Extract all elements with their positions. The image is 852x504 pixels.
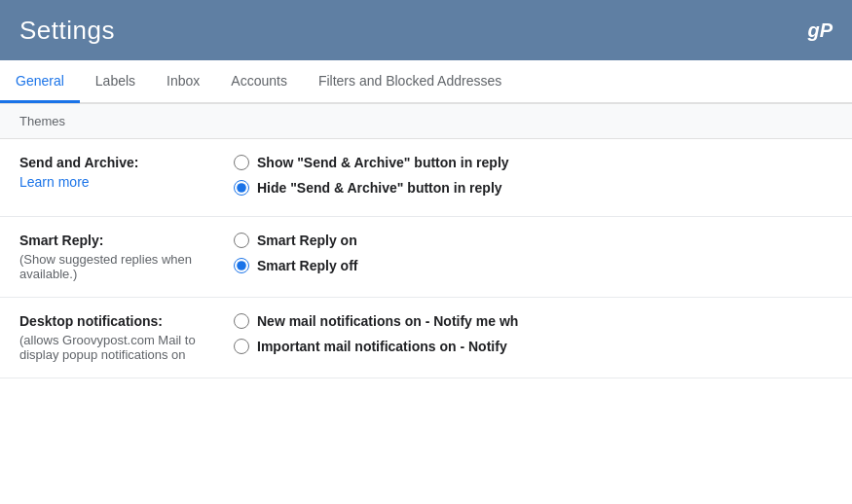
radio-input-show-send-archive[interactable] (234, 155, 249, 170)
options-col-desktop-notifications: New mail notifications on - Notify me wh… (234, 313, 833, 354)
label-col-desktop-notifications: Desktop notifications:(allows Groovypost… (19, 313, 234, 362)
tabs-bar: General Labels Inbox Accounts Filters an… (0, 60, 852, 103)
settings-row-send-archive: Send and Archive:Learn moreShow "Send & … (0, 139, 852, 217)
tab-filters[interactable]: Filters and Blocked Addresses (303, 61, 517, 103)
page-title: Settings (19, 16, 115, 46)
options-col-send-archive: Show "Send & Archive" button in replyHid… (234, 155, 833, 196)
themes-section-header: Themes (0, 103, 852, 139)
setting-label-desktop-notifications: Desktop notifications: (19, 313, 214, 329)
options-col-smart-reply: Smart Reply onSmart Reply off (234, 233, 833, 273)
tab-inbox[interactable]: Inbox (151, 61, 215, 103)
tab-accounts[interactable]: Accounts (215, 61, 303, 103)
radio-label-smart-reply-off: Smart Reply off (257, 258, 357, 273)
radio-option-show-send-archive[interactable]: Show "Send & Archive" button in reply (234, 155, 833, 170)
label-col-send-archive: Send and Archive:Learn more (19, 155, 234, 190)
setting-sublabel-desktop-notifications: (allows Groovypost.com Mail to display p… (19, 333, 214, 362)
site-logo: gP (807, 19, 833, 42)
settings-row-desktop-notifications: Desktop notifications:(allows Groovypost… (0, 298, 852, 378)
content-area: Themes Send and Archive:Learn moreShow "… (0, 103, 852, 504)
settings-header: Settings gP (0, 0, 852, 60)
radio-input-hide-send-archive[interactable] (234, 180, 249, 196)
setting-label-smart-reply: Smart Reply: (19, 233, 214, 248)
radio-input-smart-reply-off[interactable] (234, 258, 249, 273)
tab-general[interactable]: General (0, 61, 80, 103)
tab-labels[interactable]: Labels (80, 61, 151, 103)
setting-label-send-archive: Send and Archive: (19, 155, 214, 170)
settings-row-smart-reply: Smart Reply:(Show suggested replies when… (0, 217, 852, 298)
radio-label-hide-send-archive: Hide "Send & Archive" button in reply (257, 180, 502, 196)
label-col-smart-reply: Smart Reply:(Show suggested replies when… (19, 233, 234, 281)
settings-rows: Send and Archive:Learn moreShow "Send & … (0, 139, 852, 378)
radio-label-important-mail-notifications: Important mail notifications on - Notify (257, 339, 507, 354)
radio-option-smart-reply-on[interactable]: Smart Reply on (234, 233, 833, 248)
learn-more-link-send-archive[interactable]: Learn more (19, 174, 214, 190)
radio-option-new-mail-notifications[interactable]: New mail notifications on - Notify me wh (234, 313, 833, 329)
radio-label-smart-reply-on: Smart Reply on (257, 233, 357, 248)
radio-option-smart-reply-off[interactable]: Smart Reply off (234, 258, 833, 273)
radio-input-new-mail-notifications[interactable] (234, 313, 249, 329)
radio-input-important-mail-notifications[interactable] (234, 339, 249, 354)
radio-option-important-mail-notifications[interactable]: Important mail notifications on - Notify (234, 339, 833, 354)
radio-label-new-mail-notifications: New mail notifications on - Notify me wh (257, 313, 518, 329)
radio-label-show-send-archive: Show "Send & Archive" button in reply (257, 155, 509, 170)
themes-label: Themes (19, 114, 65, 128)
setting-sublabel-smart-reply: (Show suggested replies when available.) (19, 252, 214, 281)
radio-option-hide-send-archive[interactable]: Hide "Send & Archive" button in reply (234, 180, 833, 196)
radio-input-smart-reply-on[interactable] (234, 233, 249, 248)
